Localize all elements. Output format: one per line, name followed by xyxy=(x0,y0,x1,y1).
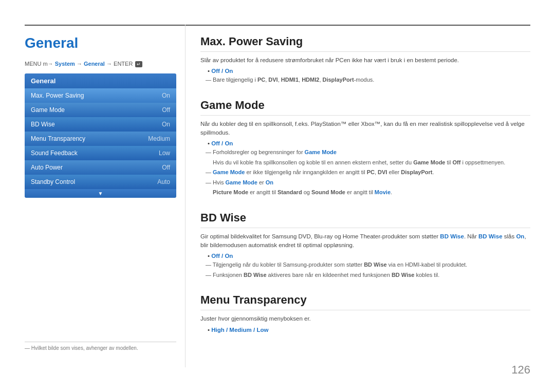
menu-icon: m→ xyxy=(43,61,54,67)
sidebar-scroll-arrow[interactable]: ▼ xyxy=(25,189,176,198)
sidebar-item-label: Auto Power xyxy=(31,164,63,171)
sidebar-bottom-note: ― Hvilket bilde som vises, avhenger av m… xyxy=(25,342,176,351)
bullet-off-on-3: Off / On xyxy=(208,253,530,259)
note-game-mode-indent-2: Picture Mode er angitt til Standard og S… xyxy=(213,188,530,197)
page-number: 126 xyxy=(511,363,530,377)
sidebar-item-label: Max. Power Saving xyxy=(31,92,84,99)
sidebar-item-value: Auto xyxy=(157,178,170,185)
sidebar-item-menu-transparency[interactable]: Menu Transparency Medium xyxy=(25,132,176,146)
bullet-high-medium-low: High / Medium / Low xyxy=(208,327,530,333)
section-desc-max-power-saving: Slår av produktet for å redusere strømfo… xyxy=(200,56,530,65)
note-bd-wise-2: Funksjonen BD Wise aktiveres bare når en… xyxy=(206,271,530,279)
sidebar-item-bd-wise[interactable]: BD Wise On xyxy=(25,117,176,132)
sidebar-item-label: Game Mode xyxy=(31,106,65,114)
section-menu-transparency: Menu Transparency Juster hvor gjennomsik… xyxy=(200,293,530,332)
note-pc-dvi: Bare tilgjengelig i PC, DVI, HDMI1, HDMI… xyxy=(206,76,530,84)
sidebar-item-value: On xyxy=(162,92,170,99)
note-bd-wise-1: Tilgjengelig når du kobler til Samsung-p… xyxy=(206,260,530,269)
section-title-menu-transparency: Menu Transparency xyxy=(200,293,530,310)
sidebar-item-auto-power[interactable]: Auto Power Off xyxy=(25,160,176,175)
menu-path: MENU m→ System → General → ENTER ↵ xyxy=(25,61,142,67)
enter-icon: ↵ xyxy=(135,61,142,67)
sidebar-item-value: Low xyxy=(159,150,170,157)
note-game-mode-1: Forholdsregler og begrensninger for Game… xyxy=(206,148,530,157)
section-game-mode: Game Mode Når du kobler deg til en spill… xyxy=(200,99,530,197)
sidebar-item-standby-control[interactable]: Standby Control Auto xyxy=(25,175,176,189)
section-desc-game-mode: Når du kobler deg til en spillkonsoll, f… xyxy=(200,120,530,138)
menu-arrow1: → xyxy=(77,61,84,67)
sidebar-item-max-power-saving[interactable]: Max. Power Saving On xyxy=(25,88,176,103)
sidebar-header: General xyxy=(25,73,176,88)
menu-label: MENU xyxy=(25,61,41,67)
bullet-off-on-2: Off / On xyxy=(208,140,530,146)
note-game-mode-3: Hvis Game Mode er On xyxy=(206,178,530,187)
sidebar-item-value: Off xyxy=(162,106,170,114)
vertical-divider xyxy=(185,25,186,367)
note-game-mode-2: Game Mode er ikke tilgjengelig når innga… xyxy=(206,168,530,177)
sidebar-item-value: Off xyxy=(162,164,170,171)
menu-arrow2: → xyxy=(106,61,114,67)
section-desc-menu-transparency: Juster hvor gjennomsiktig menyboksen er. xyxy=(200,314,530,323)
sidebar-item-value: Medium xyxy=(148,135,170,142)
menu-enter: ENTER xyxy=(114,61,133,67)
sidebar-item-label: BD Wise xyxy=(31,121,55,128)
section-title-max-power-saving: Max. Power Saving xyxy=(200,35,530,52)
section-title-game-mode: Game Mode xyxy=(200,99,530,116)
bullet-off-on-1: Off / On xyxy=(208,68,530,74)
section-bd-wise: BD Wise Gir optimal bildekvalitet for Sa… xyxy=(200,211,530,279)
section-desc-bd-wise: Gir optimal bildekvalitet for Samsung DV… xyxy=(200,232,530,250)
sidebar-item-value: On xyxy=(162,121,170,128)
section-max-power-saving: Max. Power Saving Slår av produktet for … xyxy=(200,35,530,84)
sidebar-item-label: Standby Control xyxy=(31,178,75,185)
top-divider xyxy=(25,25,530,26)
note-game-mode-indent-1: Hvis du vil koble fra spillkonsollen og … xyxy=(213,158,530,167)
sidebar-item-sound-feedback[interactable]: Sound Feedback Low xyxy=(25,146,176,160)
menu-system: System xyxy=(55,61,75,67)
main-content: Max. Power Saving Slår av produktet for … xyxy=(200,35,530,347)
sidebar-item-label: Menu Transparency xyxy=(31,135,85,142)
menu-general: General xyxy=(84,61,105,67)
section-title-bd-wise: BD Wise xyxy=(200,211,530,228)
sidebar-item-game-mode[interactable]: Game Mode Off xyxy=(25,103,176,117)
sidebar-item-label: Sound Feedback xyxy=(31,150,78,157)
page-title: General xyxy=(25,35,78,51)
sidebar-menu: General Max. Power Saving On Game Mode O… xyxy=(25,73,176,198)
